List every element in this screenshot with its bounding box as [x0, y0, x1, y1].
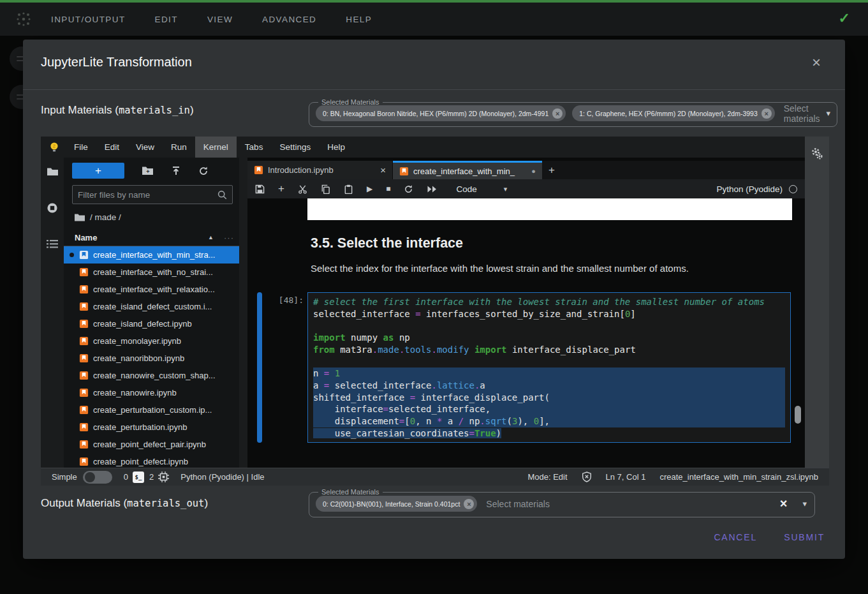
scrollbar-thumb[interactable] [795, 406, 801, 424]
select-materials-placeholder[interactable]: Select materials [784, 103, 820, 124]
file-name: create_monolayer.ipynb [93, 336, 181, 346]
file-name: create_point_defect.ipynb [93, 457, 188, 466]
code-token: shifted_interface [313, 392, 410, 403]
file-item[interactable]: create_island_defect.ipynb [64, 315, 239, 332]
chip-remove-icon[interactable]: × [761, 108, 772, 119]
file-item[interactable]: create_perturbation.ipynb [64, 419, 239, 436]
kernel-status-text[interactable]: Python (Pyodide) | Idle [180, 472, 264, 482]
tab-create-interface[interactable]: create_interface_with_min_ ● [393, 161, 542, 179]
new-tab-button[interactable]: + [542, 161, 561, 179]
chevron-down-icon[interactable]: ▾ [802, 499, 807, 509]
file-item[interactable]: create_nanowire_custom_shap... [64, 367, 239, 384]
simple-mode-toggle[interactable] [83, 471, 112, 484]
panel-splitter[interactable] [239, 158, 247, 468]
editor-mode[interactable]: Mode: Edit [527, 472, 567, 482]
submit-button[interactable]: SUBMIT [780, 531, 828, 543]
file-list-header[interactable]: Name ▲ ··· [64, 229, 239, 246]
file-item[interactable]: create_monolayer.ipynb [64, 332, 239, 350]
jupyter-menu-item-view[interactable]: View [128, 137, 163, 158]
refresh-icon[interactable] [198, 166, 209, 176]
code-token: ), [517, 416, 533, 426]
upload-icon[interactable] [171, 166, 181, 176]
chip-remove-icon[interactable]: × [552, 108, 563, 119]
restart-run-all-icon[interactable] [427, 185, 438, 193]
jupyter-menu-item-edit[interactable]: Edit [96, 137, 128, 158]
filter-files-input[interactable] [73, 190, 217, 200]
select-materials-placeholder[interactable]: Select materials [486, 499, 550, 509]
sort-ascending-icon[interactable]: ▲ [208, 234, 214, 241]
new-launcher-button[interactable]: + [72, 163, 124, 179]
cancel-button[interactable]: CANCEL [710, 531, 761, 543]
file-item[interactable]: create_interface_with_no_strai... [64, 264, 239, 281]
topbar-menu-item-advanced[interactable]: ADVANCED [262, 15, 316, 24]
jupyter-menu-item-file[interactable]: File [66, 137, 96, 158]
trust-shield-icon[interactable] [582, 471, 592, 482]
kernel-indicator[interactable]: Python (Pyodide) [716, 184, 797, 194]
jupyter-menu-item-help[interactable]: Help [319, 137, 353, 158]
code-token: selected_interface [329, 380, 431, 390]
file-item[interactable]: create_nanowire.ipynb [64, 384, 239, 401]
code-token: modify [437, 345, 469, 355]
new-folder-icon[interactable]: + [142, 166, 154, 175]
file-browser-tab-icon[interactable] [47, 167, 59, 177]
cursor-position[interactable]: Ln 7, Col 1 [606, 472, 646, 482]
more-options-icon[interactable]: ··· [224, 233, 234, 242]
file-name: create_island_defect_custom.i... [93, 302, 212, 311]
cell-collapser-bar[interactable] [257, 292, 262, 443]
stop-kernel-icon[interactable]: ■ [386, 184, 390, 193]
breadcrumb-path: / made / [90, 212, 121, 222]
statusbar-filename: create_interface_with_min_strain_zsl.ipy… [659, 472, 818, 482]
cell-type-dropdown[interactable]: Code ▾ [456, 184, 507, 194]
topbar-menu-item-input-output[interactable]: INPUT/OUTPUT [51, 15, 126, 24]
previous-output-strip [307, 198, 792, 220]
jupyter-menu-item-tabs[interactable]: Tabs [237, 137, 272, 158]
tab-introduction[interactable]: Introduction.ipynb × [247, 161, 393, 179]
topbar-menu-item-edit[interactable]: EDIT [155, 15, 178, 24]
jupyter-menu-item-kernel[interactable]: Kernel [195, 137, 237, 158]
tab-close-icon[interactable]: × [380, 165, 386, 175]
file-item[interactable]: create_island_defect_custom.i... [64, 298, 239, 315]
notebook-icon [79, 336, 89, 346]
output-chips: 0: C2(001)-BN(001), Interface, Strain 0.… [316, 496, 477, 512]
notebook-icon [79, 440, 89, 449]
terminal-count[interactable]: 0 [124, 472, 128, 482]
restart-kernel-icon[interactable] [404, 184, 413, 194]
paste-cell-icon[interactable] [344, 184, 353, 194]
topbar-menu-item-help[interactable]: HELP [346, 15, 372, 24]
add-cell-icon[interactable]: + [278, 182, 284, 195]
file-item[interactable]: create_perturbation_custom.ip... [64, 401, 239, 419]
code-token: a [480, 380, 485, 390]
file-item[interactable]: create_point_defect.ipynb [64, 453, 239, 468]
code-token: displacement [313, 416, 399, 426]
file-item[interactable]: create_point_defect_pair.ipynb [64, 436, 239, 453]
breadcrumb[interactable]: / made / [75, 212, 121, 222]
settings-gears-icon[interactable] [810, 147, 824, 162]
code-cell[interactable]: # select the first interface with the lo… [307, 292, 791, 443]
save-icon[interactable] [255, 184, 265, 194]
code-token: . [431, 380, 436, 390]
running-kernels-tab-icon[interactable] [47, 202, 58, 214]
name-column-header[interactable]: Name [75, 233, 97, 242]
jupyter-menu-item-run[interactable]: Run [163, 137, 195, 158]
clear-selection-icon[interactable]: × [780, 496, 788, 511]
cut-cell-icon[interactable] [298, 184, 307, 194]
chip-remove-icon[interactable]: × [464, 499, 474, 509]
markdown-heading: 3.5. Select the interface [311, 235, 463, 251]
code-token: . [431, 345, 436, 355]
chevron-down-icon[interactable]: ▾ [827, 108, 831, 118]
code-line: a = selected_interface.lattice.a [313, 380, 785, 392]
kernel-count[interactable]: 2 [149, 472, 154, 482]
dialog-close-icon[interactable]: × [812, 55, 821, 70]
input-chips: 0: BN, Hexagonal Boron Nitride, HEX (P6/… [316, 105, 775, 121]
jupyter-menu-item-settings[interactable]: Settings [271, 137, 319, 158]
copy-cell-icon[interactable] [321, 184, 330, 194]
file-item[interactable]: create_interface_with_min_stra... [64, 246, 239, 264]
code-token: = [469, 428, 474, 438]
topbar-menu-item-view[interactable]: VIEW [207, 15, 233, 24]
file-item[interactable]: create_interface_with_relaxatio... [64, 281, 239, 298]
lightbulb-icon[interactable] [49, 142, 59, 152]
file-item[interactable]: create_nanoribbon.ipynb [64, 350, 239, 367]
output-materials-fieldset: Selected Materials 0: C2(001)-BN(001), I… [309, 488, 815, 517]
run-cell-icon[interactable]: ▶ [367, 184, 372, 193]
table-of-contents-tab-icon[interactable] [47, 239, 58, 249]
